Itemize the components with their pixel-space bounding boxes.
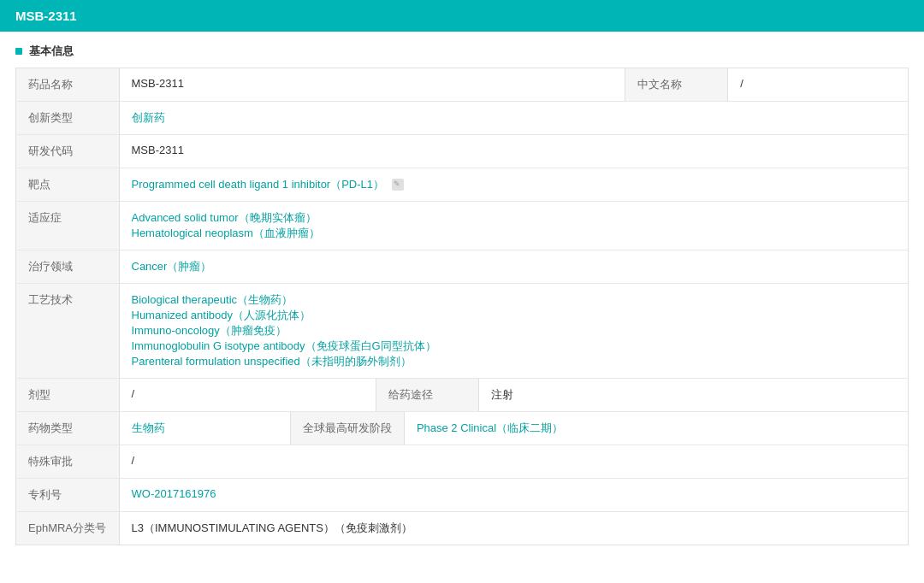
value-therapy-area: Cancer（肿瘤） bbox=[119, 250, 908, 283]
table-row: 特殊审批 / bbox=[16, 445, 909, 479]
table-row: 专利号 WO-2017161976 bbox=[16, 479, 909, 512]
value-drug-name: MSB-2311 bbox=[119, 68, 625, 101]
table-row: 研发代码 MSB-2311 bbox=[16, 135, 909, 168]
value-ephmra: L3（IMMUNOSTIMULATING AGENTS）（免疫刺激剂） bbox=[119, 512, 908, 545]
value-target: Programmed cell death ligand 1 inhibitor… bbox=[119, 168, 908, 201]
label-drug-type: 药物类型 bbox=[16, 412, 119, 445]
value-route: 注射 bbox=[478, 379, 908, 411]
value-rd-code: MSB-2311 bbox=[119, 135, 908, 168]
label-rd-code: 研发代码 bbox=[16, 135, 119, 168]
bottom-spacer bbox=[0, 545, 924, 571]
label-special-approval: 特殊审批 bbox=[16, 445, 119, 478]
label-innovation-type: 创新类型 bbox=[16, 102, 119, 134]
table-row: 靶点 Programmed cell death ligand 1 inhibi… bbox=[16, 168, 909, 202]
value-special-approval: / bbox=[119, 445, 908, 478]
label-chinese-name: 中文名称 bbox=[625, 68, 728, 101]
header: MSB-2311 bbox=[0, 0, 924, 32]
table-row: 适应症 Advanced solid tumor（晚期实体瘤） Hematolo… bbox=[16, 202, 909, 250]
value-global-stage: Phase 2 Clinical（临床二期） bbox=[404, 412, 908, 445]
patent-link[interactable]: WO-2017161976 bbox=[132, 487, 216, 500]
section-title: 基本信息 bbox=[0, 32, 924, 68]
table-row: 药品名称 MSB-2311 中文名称 / bbox=[16, 68, 909, 102]
table-row: 创新类型 创新药 bbox=[16, 102, 909, 135]
label-global-stage: 全球最高研发阶段 bbox=[290, 412, 404, 445]
value-dosage-form: / bbox=[119, 379, 376, 411]
table-row: 工艺技术 Biological therapeutic（生物药） Humaniz… bbox=[16, 284, 909, 379]
label-ephmra: EphMRA分类号 bbox=[16, 512, 119, 545]
table-row: 剂型 / 给药途径 注射 bbox=[16, 379, 909, 412]
label-dosage-form: 剂型 bbox=[16, 379, 119, 411]
label-technology: 工艺技术 bbox=[16, 284, 119, 378]
header-title: MSB-2311 bbox=[15, 9, 77, 23]
label-indication: 适应症 bbox=[16, 202, 119, 250]
table-row: 药物类型 生物药 全球最高研发阶段 Phase 2 Clinical（临床二期） bbox=[16, 412, 909, 445]
label-therapy-area: 治疗领域 bbox=[16, 250, 119, 283]
edit-icon[interactable] bbox=[392, 179, 404, 191]
value-indication: Advanced solid tumor（晚期实体瘤） Hematologica… bbox=[119, 202, 908, 250]
value-innovation-type: 创新药 bbox=[119, 102, 908, 134]
value-chinese-name: / bbox=[728, 68, 908, 101]
label-drug-name: 药品名称 bbox=[16, 68, 119, 101]
value-drug-type: 生物药 bbox=[119, 412, 290, 445]
table-row: 治疗领域 Cancer（肿瘤） bbox=[16, 250, 909, 284]
label-route: 给药途径 bbox=[376, 379, 478, 411]
label-target: 靶点 bbox=[16, 168, 119, 201]
table-row: EphMRA分类号 L3（IMMUNOSTIMULATING AGENTS）（免… bbox=[16, 512, 909, 545]
value-technology: Biological therapeutic（生物药） Humanized an… bbox=[119, 284, 908, 378]
label-patent: 专利号 bbox=[16, 479, 119, 511]
info-table: 药品名称 MSB-2311 中文名称 / 创新类型 创新药 研发代码 bbox=[15, 68, 909, 545]
value-patent: WO-2017161976 bbox=[119, 479, 908, 511]
section-label: 基本信息 bbox=[29, 44, 74, 59]
